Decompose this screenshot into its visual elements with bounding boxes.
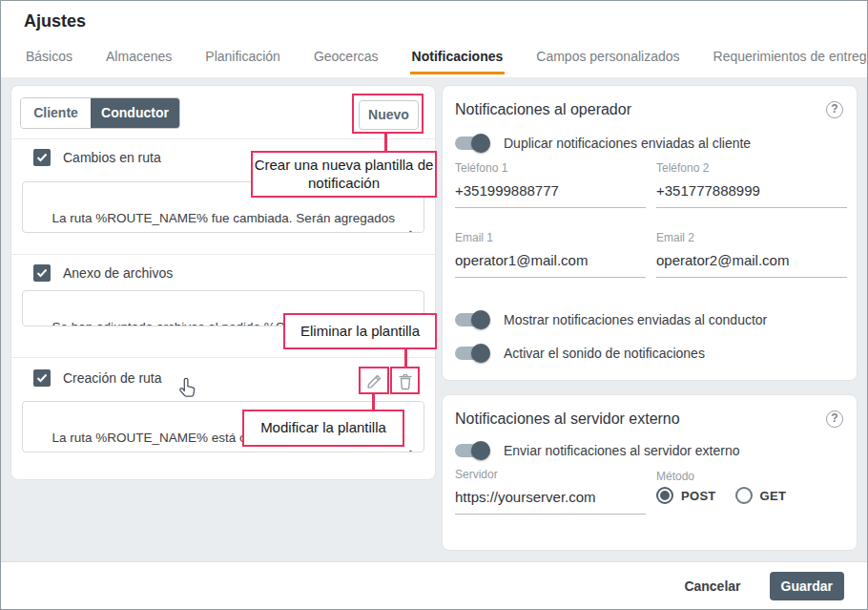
save-button[interactable]: Guardar	[770, 572, 844, 600]
tab-notificaciones[interactable]: Notificaciones	[410, 49, 506, 74]
toggle-show-driver-notifications[interactable]	[455, 313, 487, 326]
toggle-row-duplicate: Duplicar notificaciones enviadas al clie…	[455, 134, 751, 153]
radio-get-label: GET	[760, 489, 787, 503]
email1-field: Email 1 operator1@mail.com	[455, 231, 646, 278]
help-icon[interactable]: ?	[826, 101, 843, 118]
field-label: Teléfono 2	[656, 161, 847, 175]
phone2-field: Teléfono 2 +351777888999	[656, 161, 847, 208]
card-title: Notificaciones al operador	[455, 101, 631, 118]
tab-bar: Básicos Almacenes Planificación Geocerca…	[24, 49, 868, 74]
annotation-connector	[372, 394, 375, 410]
email2-input[interactable]: operator2@mail.com	[656, 244, 847, 278]
phone1-input[interactable]: +351999888777	[455, 175, 646, 208]
header: Ajustes Básicos Almacenes Planificación …	[1, 1, 867, 77]
toggle-duplicate-notifications[interactable]	[455, 137, 487, 150]
recipient-segmented-control: Cliente Conductor	[20, 97, 180, 129]
radio-get[interactable]: GET	[735, 487, 787, 504]
divider	[11, 357, 435, 358]
annotation-edit-template: Modificar la plantilla	[242, 410, 404, 447]
external-server-card: Notificaciones al servidor externo ? Env…	[442, 394, 858, 551]
annotation-connector	[384, 134, 387, 151]
help-icon[interactable]: ?	[826, 410, 843, 428]
segment-conductor[interactable]: Conductor	[91, 98, 179, 128]
toggle-row-show-driver: Mostrar notificaciones enviadas al condu…	[455, 310, 767, 329]
check-icon	[36, 373, 48, 383]
email2-field: Email 2 operator2@mail.com	[656, 231, 847, 278]
toggle-send-external-server[interactable]	[455, 444, 487, 457]
pencil-icon	[365, 373, 382, 390]
radio-get-circle	[735, 487, 753, 504]
field-label: Servidor	[455, 468, 646, 481]
toggle-row-sound: Activar el sonido de notificaciones	[455, 344, 705, 363]
toggle-row-send-external: Enviar notificaciones al servidor extern…	[455, 441, 739, 460]
toggle-label: Enviar notificaciones al servidor extern…	[504, 443, 739, 458]
phone1-field: Teléfono 1 +351999888777	[455, 161, 646, 208]
server-field: Servidor https://yourserver.com	[455, 468, 646, 515]
edit-template-button[interactable]	[361, 369, 387, 393]
radio-post-label: POST	[681, 489, 716, 503]
footer: Cancelar Guardar	[1, 561, 867, 609]
operator-notifications-card: Notificaciones al operador ? Duplicar no…	[442, 85, 858, 381]
divider	[11, 138, 435, 139]
field-label: Email 1	[455, 231, 646, 244]
tab-requerimientos-entrega[interactable]: Requerimientos de entrega	[712, 49, 868, 74]
template-row-cambios-en-ruta: Cambios en ruta	[33, 149, 161, 166]
template-row-creacion-de-ruta: Creación de ruta	[33, 369, 162, 387]
delete-template-button[interactable]	[392, 369, 419, 393]
template-row-anexo-archivos: Anexo de archivos	[33, 264, 173, 282]
phone2-input[interactable]: +351777888999	[656, 175, 847, 208]
chevron-up-icon[interactable]	[377, 202, 416, 233]
toggle-label: Activar el sonido de notificaciones	[504, 346, 705, 361]
hand-cursor-icon	[176, 375, 198, 405]
template-label: Creación de ruta	[63, 370, 162, 386]
check-icon	[36, 268, 48, 278]
checkbox-creacion-de-ruta[interactable]	[33, 369, 51, 387]
divider	[11, 254, 435, 255]
tab-planificacion[interactable]: Planificación	[203, 49, 282, 74]
trash-icon	[398, 373, 413, 390]
field-label: Teléfono 1	[455, 161, 646, 175]
template-text-value: La ruta %ROUTE_NAME% fue cambiada. Serán…	[31, 211, 399, 233]
server-url-input[interactable]: https://yourserver.com	[455, 481, 646, 515]
radio-post-circle	[656, 487, 673, 504]
cancel-button[interactable]: Cancelar	[684, 578, 740, 594]
template-label: Cambios en ruta	[63, 150, 161, 165]
segment-cliente[interactable]: Cliente	[21, 98, 91, 128]
checkbox-anexo-archivos[interactable]	[33, 264, 51, 282]
card-title: Notificaciones al servidor externo	[455, 410, 680, 428]
radio-post[interactable]: POST	[656, 487, 716, 504]
email1-input[interactable]: operator1@mail.com	[455, 244, 646, 278]
checkbox-cambios-en-ruta[interactable]	[33, 149, 51, 166]
toggle-label: Duplicar notificaciones enviadas al clie…	[504, 136, 751, 151]
annotation-create-template: Crear una nueva plantilla de notificació…	[251, 151, 437, 198]
settings-dialog: Ajustes Básicos Almacenes Planificación …	[0, 0, 868, 610]
new-template-button[interactable]: Nuevo	[359, 100, 419, 130]
tab-campos-personalizados[interactable]: Campos personalizados	[534, 49, 681, 74]
tab-almacenes[interactable]: Almacenes	[104, 49, 174, 74]
annotation-connector	[404, 349, 407, 367]
tab-basicos[interactable]: Básicos	[24, 49, 74, 74]
page-title: Ajustes	[24, 11, 86, 32]
method-radio-group: POST GET	[656, 487, 786, 504]
template-label: Anexo de archivos	[63, 265, 173, 281]
method-label: Método	[656, 470, 694, 483]
field-label: Email 2	[656, 231, 847, 244]
toggle-label: Mostrar notificaciones enviadas al condu…	[504, 312, 767, 327]
check-icon	[36, 153, 48, 162]
annotation-delete-template: Eliminar la plantilla	[283, 313, 437, 349]
toggle-notification-sound[interactable]	[455, 347, 487, 360]
tab-geocercas[interactable]: Geocercas	[312, 49, 381, 74]
